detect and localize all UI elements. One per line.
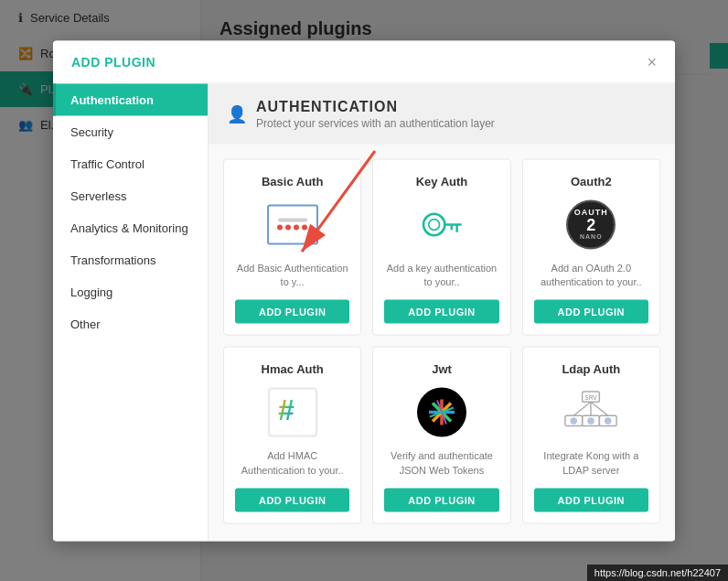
sidebar-item-security[interactable]: Security — [53, 115, 208, 147]
plugin-card-key-auth: Key Auth Add a key authentication to you… — [372, 158, 510, 336]
sidebar-item-logging[interactable]: Logging — [53, 275, 208, 307]
plugin-card-basic-auth: Basic Auth Add Basic Authenti — [223, 158, 361, 336]
add-plugin-modal: ADD PLUGIN × Authentication Security Tra… — [53, 40, 675, 541]
plugin-desc-jwt: Verify and authenticate JSON Web Tokens — [384, 449, 498, 478]
svg-point-22 — [588, 417, 595, 425]
section-header-text: AUTHENTICATION Protect your services wit… — [256, 98, 495, 129]
plugin-card-hmac-auth: Hmac Auth # — [223, 347, 361, 524]
add-plugin-key-auth-button[interactable]: ADD PLUGIN — [384, 300, 498, 324]
hmac-auth-icon: # — [265, 385, 320, 440]
plugin-card-jwt: Jwt — [372, 347, 510, 524]
svg-point-0 — [423, 213, 444, 234]
modal-body: Authentication Security Traffic Control … — [53, 83, 675, 541]
modal-sidebar: Authentication Security Traffic Control … — [53, 83, 209, 541]
svg-point-1 — [429, 219, 440, 230]
plugin-name-jwt: Jwt — [432, 362, 452, 376]
sidebar-item-authentication[interactable]: Authentication — [53, 83, 208, 115]
svg-text:#: # — [278, 393, 294, 426]
modal-title: ADD PLUGIN — [71, 54, 155, 69]
plugin-desc-key-auth: Add a key authentication to your.. — [384, 261, 498, 289]
ldap-auth-icon: SRV — [563, 385, 618, 440]
plugin-card-oauth2: Oauth2 OAUTH 2 NANO Add an OAuth 2.0 aut… — [522, 158, 660, 336]
plugin-name-basic-auth: Basic Auth — [262, 174, 323, 188]
jwt-icon — [414, 385, 469, 440]
plugin-desc-hmac-auth: Add HMAC Authentication to your.. — [235, 449, 349, 478]
plugin-name-oauth2: Oauth2 — [571, 174, 612, 188]
key-auth-icon — [414, 197, 469, 252]
basic-auth-icon — [265, 197, 320, 252]
sidebar-item-serverless[interactable]: Serverless — [53, 179, 208, 211]
sidebar-item-traffic-control[interactable]: Traffic Control — [53, 147, 208, 179]
plugin-name-ldap-auth: Ldap Auth — [562, 362, 620, 376]
section-title: AUTHENTICATION — [256, 98, 495, 114]
add-plugin-ldap-auth-button[interactable]: ADD PLUGIN — [534, 489, 648, 512]
modal-plugin-content: 👤 AUTHENTICATION Protect your services w… — [209, 83, 675, 541]
plugins-grid: Basic Auth Add Basic Authenti — [209, 144, 675, 539]
svg-line-17 — [591, 403, 608, 416]
add-plugin-basic-auth-button[interactable]: ADD PLUGIN — [235, 300, 349, 324]
section-description: Protect your services with an authentica… — [256, 116, 495, 129]
url-bar: https://blog.csdn.net/h22407 — [587, 565, 728, 581]
plugin-name-hmac-auth: Hmac Auth — [262, 362, 324, 376]
oauth2-icon: OAUTH 2 NANO — [563, 197, 618, 252]
add-plugin-oauth2-button[interactable]: ADD PLUGIN — [534, 300, 648, 324]
add-plugin-hmac-auth-button[interactable]: ADD PLUGIN — [235, 489, 349, 512]
plugin-name-key-auth: Key Auth — [416, 174, 468, 188]
svg-point-21 — [571, 417, 578, 425]
plugin-desc-ldap-auth: Integrate Kong with a LDAP server — [534, 449, 648, 478]
sidebar-item-analytics[interactable]: Analytics & Monitoring — [53, 211, 208, 243]
modal-close-button[interactable]: × — [647, 53, 657, 70]
svg-text:SRV: SRV — [585, 395, 598, 402]
svg-point-23 — [605, 417, 612, 425]
svg-line-15 — [574, 403, 592, 416]
plugin-desc-basic-auth: Add Basic Authentication to y... — [235, 261, 349, 289]
plugin-card-ldap-auth: Ldap Auth SRV — [522, 347, 660, 524]
sidebar-item-other[interactable]: Other — [53, 307, 208, 339]
modal-header: ADD PLUGIN × — [53, 40, 675, 83]
sidebar-item-transformations[interactable]: Transformations — [53, 243, 208, 275]
section-icon: 👤 — [227, 103, 247, 124]
plugin-desc-oauth2: Add an OAuth 2.0 authentication to your.… — [534, 261, 648, 289]
section-header: 👤 AUTHENTICATION Protect your services w… — [209, 83, 675, 144]
add-plugin-jwt-button[interactable]: ADD PLUGIN — [384, 489, 498, 512]
